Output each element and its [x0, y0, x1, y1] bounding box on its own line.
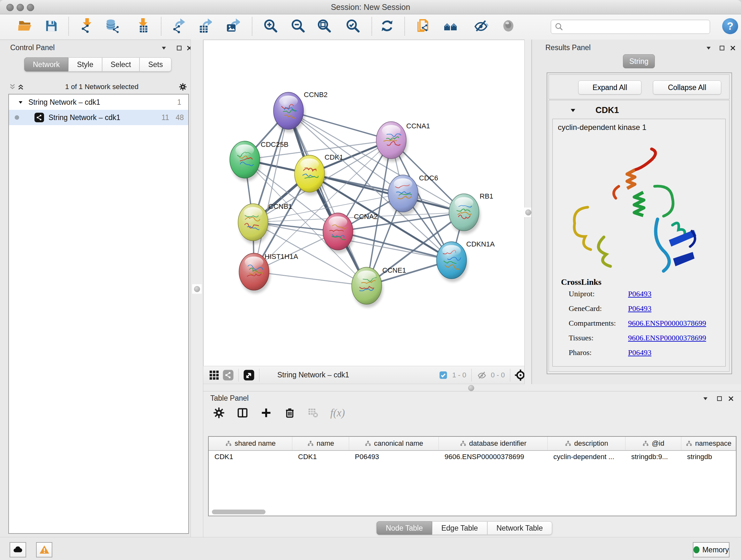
tab-network-table[interactable]: Network Table [487, 521, 552, 535]
network-canvas[interactable]: CCNB2CCNA1CDC25BCDK1CDC6RB1CCNB1CCNA2CDK… [203, 40, 532, 366]
tab-network[interactable]: Network [24, 57, 68, 71]
column-header-shared-name[interactable]: shared name [209, 437, 292, 450]
network-edge[interactable] [254, 111, 288, 272]
collapse-triangle-icon[interactable] [18, 100, 23, 105]
network-node-CDC25B[interactable] [230, 141, 260, 178]
splitter-handle[interactable] [192, 284, 202, 294]
hide-selection-button[interactable] [472, 15, 489, 37]
share-document-button[interactable] [415, 15, 432, 37]
horizontal-scrollbar-thumb[interactable] [212, 509, 266, 514]
memory-button[interactable]: Memory [693, 542, 730, 557]
network-share-icon[interactable] [221, 368, 235, 382]
delete-trash-icon[interactable] [284, 407, 296, 419]
panel-float-icon[interactable] [715, 394, 724, 402]
panel-menu-icon[interactable] [704, 44, 713, 52]
column-header--id[interactable]: @id [625, 437, 681, 450]
selected-checkbox-icon[interactable] [436, 368, 450, 382]
zoom-fit-button[interactable] [316, 15, 333, 37]
horizontal-splitter[interactable] [203, 384, 741, 391]
show-eye-button[interactable] [500, 15, 517, 37]
column-header-database-identifier[interactable]: database identifier [439, 437, 548, 450]
cloud-button[interactable] [10, 542, 26, 557]
help-button[interactable]: ? [722, 18, 738, 34]
tab-sets[interactable]: Sets [139, 57, 172, 71]
network-node-CCNE1[interactable] [352, 267, 382, 304]
add-column-icon[interactable] [260, 407, 272, 419]
cloud-icon [12, 544, 23, 555]
title-bar: Session: New Session [0, 0, 741, 14]
entry-name: CDK1 [596, 105, 619, 115]
network-collection-row[interactable]: String Network – cdk1 1 [9, 95, 188, 110]
node-label-CDC25B: CDC25B [261, 140, 288, 148]
panel-close-icon[interactable] [727, 394, 735, 402]
export-network-button[interactable] [169, 15, 186, 37]
zoom-in-button[interactable] [262, 15, 279, 37]
grid-view-icon[interactable] [207, 368, 221, 382]
network-node-CDC6[interactable] [388, 175, 418, 212]
panel-menu-icon[interactable] [701, 394, 710, 402]
crosslink-link[interactable]: 9606.ENSP00000378699 [628, 319, 706, 327]
crosslink-link[interactable]: P06493 [628, 304, 651, 313]
tab-node-table[interactable]: Node Table [377, 521, 432, 535]
column-header-canonical-name[interactable]: canonical name [349, 437, 439, 450]
warning-button[interactable] [36, 542, 52, 557]
import-network-from-database-button[interactable] [104, 15, 121, 37]
search-input[interactable] [566, 23, 710, 31]
hierarchy-icon [642, 440, 649, 447]
collapse-all-button[interactable]: Collapse All [653, 80, 721, 95]
crosslink-link[interactable]: P06493 [628, 348, 651, 357]
tab-edge-table[interactable]: Edge Table [432, 521, 487, 535]
collapse-all-icon[interactable] [8, 83, 17, 91]
entry-collapse-triangle-icon[interactable] [569, 106, 577, 114]
open-in-window-icon[interactable] [242, 368, 256, 382]
network-node-CCNB2[interactable] [273, 92, 304, 129]
network-node-CCNA2[interactable] [323, 213, 353, 250]
network-edge[interactable] [288, 111, 367, 286]
panel-float-icon[interactable] [175, 44, 183, 52]
panel-close-icon[interactable] [729, 44, 737, 52]
zoom-selected-button[interactable] [344, 15, 361, 37]
crosslink-link[interactable]: 9606.ENSP00000378699 [628, 334, 706, 342]
refresh-button[interactable] [379, 15, 396, 37]
hidden-eye-slash-icon[interactable] [475, 368, 489, 382]
network-row-selected[interactable]: String Network – cdk1 11 48 [9, 110, 188, 125]
table-settings-gear-icon[interactable] [213, 407, 225, 419]
network-graph[interactable]: CCNB2CCNA1CDC25BCDK1CDC6RB1CCNB1CCNA2CDK… [204, 40, 531, 366]
export-image-button[interactable] [224, 15, 241, 37]
table-row[interactable]: CDK1CDK1P064939606.ENSP00000378699cyclin… [209, 451, 736, 463]
panel-float-icon[interactable] [718, 44, 726, 52]
application-window: Session: New Session [0, 0, 741, 560]
network-node-CCNA1[interactable] [376, 122, 406, 159]
network-node-CDKN1A[interactable] [436, 242, 467, 279]
left-splitter[interactable] [191, 40, 203, 537]
open-session-button[interactable] [17, 15, 34, 37]
column-header-name[interactable]: name [292, 437, 349, 450]
save-session-button[interactable] [43, 15, 60, 37]
tab-style[interactable]: Style [68, 57, 102, 71]
panel-menu-icon[interactable] [159, 44, 168, 52]
export-image-icon [225, 18, 240, 34]
crosslink-link[interactable]: P06493 [628, 290, 651, 298]
splitter-handle[interactable] [468, 385, 474, 391]
network-node-RB1[interactable] [449, 194, 479, 231]
export-table-icon [197, 18, 212, 34]
network-edge[interactable] [310, 174, 464, 212]
tab-string[interactable]: String [623, 54, 655, 68]
network-node-CCNB1[interactable] [238, 204, 268, 241]
hierarchy-icon [685, 440, 692, 447]
column-header-description[interactable]: description [548, 437, 625, 450]
right-splitter[interactable] [524, 40, 532, 384]
network-edge[interactable] [254, 272, 367, 286]
options-gear-icon[interactable] [179, 83, 187, 91]
import-network-button[interactable] [77, 15, 94, 37]
columns-icon[interactable] [237, 407, 249, 419]
tab-select[interactable]: Select [102, 57, 140, 71]
column-header-namespace[interactable]: namespace [681, 437, 736, 450]
export-table-button[interactable] [196, 15, 213, 37]
network-node-CDK1[interactable] [294, 155, 325, 192]
import-table-button[interactable] [133, 15, 150, 37]
expand-all-button[interactable]: Expand All [578, 80, 642, 95]
zoom-out-button[interactable] [289, 15, 307, 37]
expand-all-icon[interactable] [17, 83, 25, 91]
home-networks-button[interactable] [442, 15, 460, 37]
